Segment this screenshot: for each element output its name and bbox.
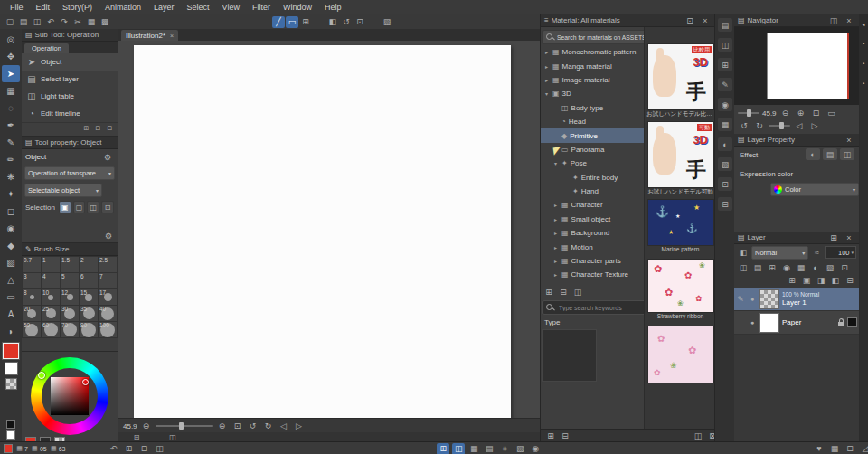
navigator-rotate-slider[interactable]: [769, 125, 790, 127]
delete-layer-icon[interactable]: [844, 274, 856, 286]
information-panel-icon[interactable]: [718, 177, 732, 191]
tone-effect-icon[interactable]: [823, 148, 837, 160]
subtool-item-edit-timeline[interactable]: Edit timeline: [22, 105, 118, 122]
paper-color-chip[interactable]: [847, 317, 857, 327]
menu-layer[interactable]: Layer: [147, 3, 181, 12]
snap-ruler-icon[interactable]: [272, 16, 285, 28]
thumbnail-size-down-icon[interactable]: [559, 430, 571, 442]
figure-tool-icon[interactable]: [2, 271, 20, 288]
collapse-icon[interactable]: [552, 160, 559, 166]
draft-layer-icon[interactable]: [795, 261, 807, 273]
sub-view-panel-icon[interactable]: [718, 38, 732, 52]
brush-size-cell[interactable]: 20: [23, 306, 41, 321]
layer-mask-icon[interactable]: [824, 261, 836, 273]
subtool-panel-header[interactable]: Sub Tool: Operation: [22, 29, 118, 42]
pattern-panel-icon[interactable]: [718, 157, 732, 171]
material-search-box[interactable]: [542, 300, 647, 315]
history-panel-icon[interactable]: [718, 98, 732, 111]
tree-view-icon[interactable]: [571, 286, 584, 298]
layer-row-paper[interactable]: Paper: [734, 311, 859, 335]
tree-item-character[interactable]: Character: [541, 198, 644, 212]
expand-icon[interactable]: [552, 271, 559, 278]
timeline-toggle-icon[interactable]: [130, 433, 143, 441]
collapse-icon[interactable]: [543, 90, 550, 97]
layer-property-close-icon[interactable]: [843, 134, 855, 146]
layer-property-header[interactable]: Layer Property: [734, 134, 859, 147]
brush-size-cell[interactable]: 6: [80, 273, 98, 288]
material-panel-pin-icon[interactable]: [684, 14, 696, 26]
blend-mode-dropdown[interactable]: Normal: [751, 246, 808, 260]
workspace-layout-3-icon[interactable]: [467, 443, 480, 454]
transparent-color-swatch[interactable]: [5, 378, 17, 390]
material-panel-close-icon[interactable]: [699, 14, 712, 26]
navigator-zoom-slider[interactable]: [738, 112, 760, 114]
menu-select[interactable]: Select: [181, 3, 216, 12]
paste-icon[interactable]: [99, 16, 111, 28]
opacity-slider-icon[interactable]: [810, 247, 823, 259]
opacity-field[interactable]: 100: [825, 246, 856, 259]
default-black-swatch[interactable]: [6, 420, 15, 429]
combine-mode-icon[interactable]: [737, 247, 750, 259]
brush-size-cell[interactable]: 10: [42, 289, 60, 305]
brush-size-cell[interactable]: 40: [99, 306, 117, 321]
set-ruler-icon[interactable]: [809, 261, 822, 273]
add-subtool-icon[interactable]: [81, 124, 91, 133]
material-thumb-strawberry-ribbon[interactable]: [647, 259, 714, 313]
brush-size-cell[interactable]: 0.7: [23, 257, 41, 272]
reset-view-icon[interactable]: [354, 16, 366, 28]
layer-panel-header[interactable]: Layer: [734, 232, 859, 244]
expand-icon[interactable]: [543, 49, 550, 55]
brush-size-cell[interactable]: 2: [80, 257, 98, 272]
snap-grid-icon[interactable]: [299, 16, 312, 28]
thumbnail-size-up-icon[interactable]: [544, 430, 557, 442]
brush-size-cell[interactable]: 4: [42, 273, 60, 288]
tree-item-body-type[interactable]: Body type: [541, 101, 644, 115]
wrench-icon[interactable]: [102, 230, 115, 241]
workspace-layout-6-icon[interactable]: [514, 443, 526, 454]
collapse-all-icon[interactable]: [557, 286, 570, 298]
selection-tool-icon[interactable]: [2, 82, 20, 99]
brush-size-cell[interactable]: 3: [23, 273, 41, 288]
tone-panel-icon[interactable]: [718, 118, 732, 131]
brush-size-cell[interactable]: 100: [99, 322, 117, 337]
search-assets-button[interactable]: Search for materials on ASSETS: [542, 30, 649, 44]
eraser-tool-icon[interactable]: [2, 203, 20, 220]
brush-size-cell[interactable]: 1.5: [61, 257, 79, 272]
dock-handle-icon[interactable]: [860, 60, 867, 67]
nav-flip-horizontal-icon[interactable]: [793, 120, 806, 132]
layer-row-layer1[interactable]: 100 % Normal Layer 1: [734, 288, 859, 311]
tree-item-head[interactable]: Head: [541, 115, 644, 128]
zoom-in-icon[interactable]: [216, 421, 229, 432]
brush-size-cell[interactable]: 12: [61, 289, 79, 305]
layer-panel-menu-icon[interactable]: [827, 232, 840, 243]
nav-actual-size-icon[interactable]: [826, 108, 838, 119]
expand-icon[interactable]: [552, 202, 559, 208]
workspace-toggle-icon[interactable]: [166, 433, 179, 441]
navigator-dock-icon[interactable]: [827, 14, 840, 26]
tree-item-manga-material[interactable]: Manga material: [541, 59, 644, 72]
menu-view[interactable]: View: [216, 3, 246, 12]
visibility-eye-icon[interactable]: [748, 293, 757, 305]
pen-tool-icon[interactable]: [2, 117, 20, 134]
brush-size-cell[interactable]: 30: [61, 306, 79, 321]
merge-down-icon[interactable]: [829, 274, 842, 286]
new-folder-icon[interactable]: [542, 286, 555, 298]
like-icon[interactable]: [813, 443, 826, 454]
workspace-layout-7-icon[interactable]: [529, 443, 542, 454]
status-material-icon[interactable]: [828, 443, 841, 454]
collapse-dock-icon[interactable]: [860, 20, 867, 27]
expand-icon[interactable]: [552, 244, 559, 251]
auto-select-tool-icon[interactable]: [2, 99, 20, 117]
brush-size-cell[interactable]: 1: [42, 257, 60, 272]
move-tool-icon[interactable]: [2, 48, 20, 65]
brush-size-cell[interactable]: 17: [99, 289, 117, 305]
lock-transparent-icon[interactable]: [780, 261, 793, 273]
layer-thumbnail[interactable]: [760, 289, 779, 309]
new-folder-icon[interactable]: [800, 274, 813, 286]
transparent-part-dropdown[interactable]: Operation of transparent part: [24, 166, 115, 180]
selection-mode-2-icon[interactable]: [73, 201, 86, 213]
brush-size-cell[interactable]: 8: [23, 289, 41, 305]
tool-property-header[interactable]: Tool property: Object: [22, 137, 118, 149]
workspace-layout-5-icon[interactable]: [498, 443, 511, 454]
default-white-swatch[interactable]: [6, 430, 15, 440]
